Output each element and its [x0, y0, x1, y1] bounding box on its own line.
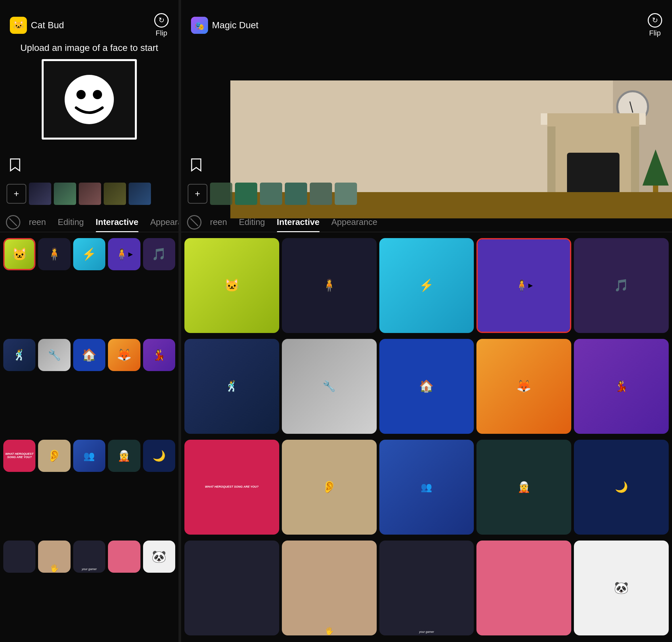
- right-flip-icon: ↻: [648, 13, 662, 28]
- right-thumb-6[interactable]: [335, 183, 357, 205]
- right-cat-bud-icon: 🐱: [184, 238, 279, 333]
- left-tile-small1[interactable]: [3, 540, 36, 573]
- right-tile-small2[interactable]: 🖐: [282, 540, 377, 635]
- right-tile-gamer[interactable]: your gamer: [379, 540, 474, 635]
- left-tab-no[interactable]: [6, 215, 20, 230]
- right-thumb-1[interactable]: [210, 183, 232, 205]
- right-tile-house[interactable]: 🏠: [379, 339, 474, 434]
- left-app-icon: 🐱: [10, 17, 27, 34]
- thumb-1[interactable]: [29, 183, 51, 205]
- gamer-icon: your gamer: [73, 540, 105, 573]
- small1-icon: [3, 540, 36, 573]
- right-tab-interactive[interactable]: Interactive: [271, 213, 326, 232]
- left-tile-lightning[interactable]: ⚡: [73, 238, 105, 270]
- left-add-button[interactable]: +: [6, 184, 26, 204]
- left-tile-anime[interactable]: 🧝: [108, 440, 140, 472]
- right-tile-crowd[interactable]: 👥: [379, 440, 474, 535]
- right-flip-label: Flip: [649, 29, 660, 37]
- left-tile-fox[interactable]: 🦊: [108, 339, 140, 371]
- left-tile-person[interactable]: 🧍: [38, 238, 70, 270]
- right-tile-anime[interactable]: 🧝: [476, 440, 571, 535]
- left-tile-purple-dance[interactable]: 💃: [143, 339, 175, 371]
- left-tile-music-note[interactable]: 🎵: [143, 238, 175, 270]
- left-bookmark[interactable]: [9, 158, 21, 174]
- small2-icon: 🖐: [38, 540, 70, 573]
- person-icon: 🧍: [38, 238, 70, 270]
- thumb-3[interactable]: [79, 183, 101, 205]
- right-tile-ear[interactable]: 👂: [282, 440, 377, 535]
- right-tile-lightning[interactable]: ⚡: [379, 238, 474, 333]
- left-tab-green[interactable]: reen: [23, 213, 52, 232]
- right-tile-pink[interactable]: [476, 540, 571, 635]
- left-app-info: 🐱 Cat Bud: [10, 17, 64, 34]
- right-tile-shiny[interactable]: 🔧: [282, 339, 377, 434]
- right-tile-dance[interactable]: 🕺: [184, 339, 279, 434]
- left-tile-gamer[interactable]: your gamer: [73, 540, 105, 573]
- right-gamer-icon: your gamer: [379, 540, 474, 635]
- left-tile-ear[interactable]: 👂: [38, 440, 70, 472]
- crowd-icon: 👥: [73, 440, 105, 472]
- right-app-icon: 🎭: [191, 17, 208, 34]
- shiny-icon: 🔧: [38, 339, 70, 371]
- right-thumb-5[interactable]: [310, 183, 332, 205]
- right-dance-icon: 🕺: [184, 339, 279, 434]
- left-tile-video-person[interactable]: 🧍 ▶: [108, 238, 140, 270]
- left-tab-appearance[interactable]: Appearance: [144, 213, 179, 232]
- left-tile-shiny[interactable]: 🔧: [38, 339, 70, 371]
- right-no-line-icon: [190, 218, 198, 226]
- thumb-4[interactable]: [104, 183, 126, 205]
- left-tab-editing[interactable]: Editing: [52, 213, 90, 232]
- face-upload-box[interactable]: [42, 59, 137, 140]
- left-tile-dance[interactable]: 🕺: [3, 339, 36, 371]
- right-flip-button[interactable]: ↻ Flip: [648, 13, 662, 37]
- clock-hand: [629, 101, 633, 113]
- right-tile-video-person[interactable]: 🧍 ▶: [476, 238, 571, 333]
- left-tile-pink[interactable]: [108, 540, 140, 573]
- thumb-2[interactable]: [54, 183, 76, 205]
- right-tab-appearance[interactable]: Appearance: [326, 213, 383, 232]
- left-tile-cat-bud[interactable]: 🐱: [3, 238, 36, 270]
- right-music-note-icon: 🎵: [574, 238, 669, 333]
- no-line-icon: [9, 218, 17, 226]
- left-tile-moon[interactable]: 🌙: [143, 440, 175, 472]
- right-tab-editing[interactable]: Editing: [233, 213, 271, 232]
- right-filter-tabs: reen Editing Interactive Appearance: [181, 213, 672, 232]
- upload-prompt[interactable]: Upload an image of a face to start: [0, 43, 179, 53]
- right-bookmark[interactable]: [190, 158, 202, 174]
- right-pink-icon: [476, 540, 571, 635]
- left-tile-crowd[interactable]: 👥: [73, 440, 105, 472]
- left-tile-what[interactable]: WHAT HEROQUEST SONG ARE YOU?: [3, 440, 36, 472]
- right-tile-person[interactable]: 🧍: [282, 238, 377, 333]
- right-tile-moon[interactable]: 🌙: [574, 440, 669, 535]
- right-header: 🎭 Magic Duet ↻ Flip: [181, 0, 672, 44]
- right-tile-panda[interactable]: 🐼: [574, 540, 669, 635]
- right-house-icon: 🏠: [379, 339, 474, 434]
- right-tile-small1[interactable]: [184, 540, 279, 635]
- right-app-info: 🎭 Magic Duet: [191, 17, 259, 34]
- left-tile-small2[interactable]: 🖐: [38, 540, 70, 573]
- anime-icon: 🧝: [108, 440, 140, 472]
- right-tile-what[interactable]: WHAT HEROQUEST SONG ARE YOU?: [184, 440, 279, 535]
- purple-dance-icon: 💃: [143, 339, 175, 371]
- right-thumb-4[interactable]: [285, 183, 307, 205]
- right-tab-green[interactable]: reen: [204, 213, 233, 232]
- svg-point-1: [77, 90, 85, 99]
- thumb-5[interactable]: [129, 183, 151, 205]
- left-tile-house[interactable]: 🏠: [73, 339, 105, 371]
- right-add-button[interactable]: +: [188, 184, 207, 204]
- left-tile-panda[interactable]: 🐼: [143, 540, 175, 573]
- right-crowd-icon: 👥: [379, 440, 474, 535]
- left-flip-button[interactable]: ↻ Flip: [154, 13, 169, 37]
- right-tile-cat-bud[interactable]: 🐱: [184, 238, 279, 333]
- right-ear-icon: 👂: [282, 440, 377, 535]
- left-tab-interactive[interactable]: Interactive: [90, 213, 144, 232]
- right-tile-music-note[interactable]: 🎵: [574, 238, 669, 333]
- right-tile-fox[interactable]: 🦊: [476, 339, 571, 434]
- right-thumb-2[interactable]: [235, 183, 257, 205]
- right-tile-purple-dance[interactable]: 💃: [574, 339, 669, 434]
- ear-icon: 👂: [38, 440, 70, 472]
- right-thumb-3[interactable]: [260, 183, 282, 205]
- right-tab-no[interactable]: [187, 215, 201, 230]
- left-header: 🐱 Cat Bud ↻ Flip: [0, 0, 179, 44]
- video-person-icon: 🧍 ▶: [108, 238, 140, 270]
